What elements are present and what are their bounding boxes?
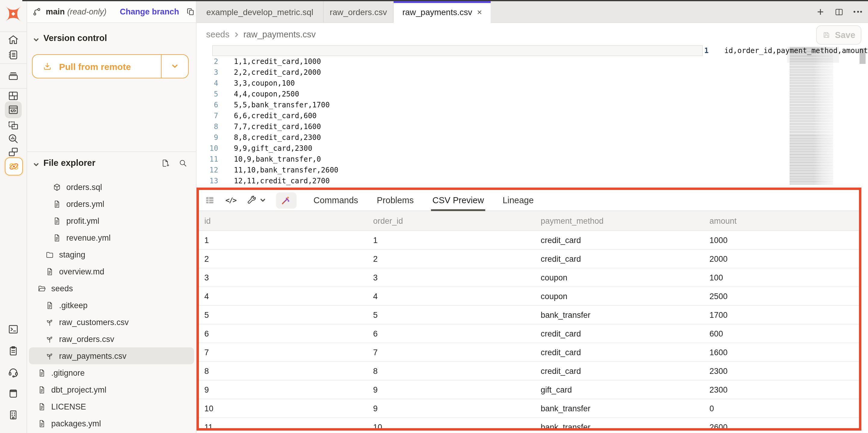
build-tools-icon[interactable] xyxy=(247,195,266,206)
line-number: 10 xyxy=(196,144,218,152)
pull-options-caret[interactable] xyxy=(161,55,188,78)
file-item-revenue-yml[interactable]: revenue.yml xyxy=(29,229,194,246)
code-line-7[interactable]: 76,6,credit_card,600 xyxy=(196,110,868,121)
copilot-fix-button[interactable] xyxy=(276,192,297,208)
line-content: 11,10,bank_transfer,2600 xyxy=(234,166,338,174)
code-line-10[interactable]: 109,9,gift_card,2300 xyxy=(196,143,868,154)
environments-icon[interactable] xyxy=(5,67,22,84)
clipboard-icon[interactable] xyxy=(5,343,22,359)
file-item-raw-customers-csv[interactable]: raw_customers.csv xyxy=(29,314,194,330)
breadcrumb-file[interactable]: raw_payments.csv xyxy=(243,30,315,39)
table-cell: credit_card xyxy=(535,235,704,244)
file-icon xyxy=(53,233,61,242)
download-icon xyxy=(42,61,53,71)
copy-icon[interactable] xyxy=(186,7,195,16)
code-editor-icon[interactable] xyxy=(5,101,22,118)
code-line-5[interactable]: 54,4,coupon,2500 xyxy=(196,89,868,99)
chevron-down-icon xyxy=(33,35,39,41)
file-item-profit-yml[interactable]: profit.yml xyxy=(29,212,194,229)
change-branch-link[interactable]: Change branch xyxy=(120,7,179,16)
code-line-1[interactable]: 1id,order_id,payment_method,amount xyxy=(196,45,868,56)
table-cell: 2 xyxy=(199,254,368,263)
tab-label: raw_payments.csv xyxy=(402,7,472,17)
table-cell: credit_card xyxy=(535,254,704,263)
editor-tab-example-develop-metric-sql[interactable]: example_develop_metric.sql xyxy=(196,1,324,22)
model-icon xyxy=(53,182,61,192)
breadcrumb-folder[interactable]: seeds xyxy=(206,30,229,39)
table-cell: 10 xyxy=(368,423,535,428)
file-item-raw-payments-csv[interactable]: raw_payments.csv xyxy=(29,347,194,364)
file-item-raw-orders-csv[interactable]: raw_orders.csv xyxy=(29,330,194,347)
pull-from-remote-main[interactable]: Pull from remote xyxy=(33,55,161,78)
version-control-title: Version control xyxy=(43,33,107,43)
file-item-license[interactable]: LICENSE xyxy=(29,398,194,415)
panel-tab-problems[interactable]: Problems xyxy=(377,190,414,210)
pull-from-remote-button[interactable]: Pull from remote xyxy=(32,54,189,78)
line-number: 1 xyxy=(687,47,709,55)
table-cell: 4 xyxy=(368,292,535,300)
active-tab-indicator xyxy=(394,1,491,3)
file-item-staging[interactable]: staging xyxy=(29,246,194,263)
save-button[interactable]: Save xyxy=(816,25,861,45)
line-content: 7,7,credit_card,1600 xyxy=(234,122,321,131)
code-line-2[interactable]: 21,1,credit_card,1000 xyxy=(196,56,868,67)
line-content: 10,9,bank_transfer,0 xyxy=(234,155,321,164)
terminal-icon[interactable] xyxy=(5,321,22,338)
code-line-8[interactable]: 87,7,credit_card,1600 xyxy=(196,121,868,132)
table-cell: bank_transfer xyxy=(535,404,704,413)
code-line-4[interactable]: 43,3,coupon,100 xyxy=(196,78,868,89)
file-item-gitignore[interactable]: .gitignore xyxy=(29,364,194,381)
support-headset-icon[interactable] xyxy=(5,364,22,380)
compiled-code-icon[interactable]: </> xyxy=(225,196,236,204)
file-item-orders-yml[interactable]: orders.yml xyxy=(29,195,194,212)
file-explorer-header[interactable]: File explorer xyxy=(33,158,95,168)
new-tab-icon[interactable]: + xyxy=(814,5,827,19)
file-item-overview-md[interactable]: overview.md xyxy=(29,263,194,280)
editor-tab-raw-payments-csv[interactable]: raw_payments.csv× xyxy=(394,1,491,23)
dbt-copilot-icon[interactable] xyxy=(5,157,23,175)
code-line-11[interactable]: 1110,9,bank_transfer,0 xyxy=(196,154,868,165)
panel-tab-commands[interactable]: Commands xyxy=(313,190,358,210)
chevron-down-icon xyxy=(171,63,179,70)
file-item-gitkeep[interactable]: .gitkeep xyxy=(29,297,194,314)
line-number: 2 xyxy=(196,57,218,66)
organization-icon[interactable] xyxy=(5,406,22,423)
column-header-amount[interactable]: amount xyxy=(704,216,855,225)
file-item-orders-sql[interactable]: orders.sql xyxy=(29,178,194,195)
code-line-6[interactable]: 65,5,bank_transfer,1700 xyxy=(196,99,868,110)
column-header-order_id[interactable]: order_id xyxy=(368,216,535,225)
new-file-icon[interactable] xyxy=(161,158,170,170)
code-editor[interactable]: 1id,order_id,payment_method,amount21,1,c… xyxy=(196,45,868,187)
docs-book-icon[interactable] xyxy=(5,385,22,402)
version-control-header[interactable]: Version control xyxy=(33,33,107,43)
table-cell: gift_card xyxy=(535,385,704,394)
panel-tab-label: Problems xyxy=(377,195,414,205)
results-table-icon[interactable] xyxy=(204,195,215,206)
code-line-9[interactable]: 98,8,credit_card,2300 xyxy=(196,132,868,143)
file-name: LICENSE xyxy=(51,402,86,411)
line-content: 12,11,credit_card,2700 xyxy=(234,177,330,185)
more-options-icon[interactable] xyxy=(851,5,864,19)
file-item-dbt-project-yml[interactable]: dbt_project.yml xyxy=(29,381,194,398)
code-line-12[interactable]: 1211,10,bank_transfer,2600 xyxy=(196,165,868,175)
file-name: revenue.yml xyxy=(66,233,111,242)
search-icon[interactable] xyxy=(179,158,187,170)
table-cell: 1700 xyxy=(704,310,855,319)
code-line-13[interactable]: 1312,11,credit_card,2700 xyxy=(196,175,868,186)
file-item-seeds[interactable]: seeds xyxy=(29,280,194,297)
close-tab-icon[interactable]: × xyxy=(477,8,482,16)
file-item-packages-yml[interactable]: packages.yml xyxy=(29,415,194,432)
table-cell: bank_transfer xyxy=(535,423,704,428)
column-header-payment_method[interactable]: payment_method xyxy=(535,216,704,225)
column-header-id[interactable]: id xyxy=(199,216,368,225)
git-branch-icon xyxy=(33,7,41,16)
editor-tab-raw-orders-csv[interactable]: raw_orders.csv xyxy=(324,1,394,22)
split-editor-icon[interactable] xyxy=(832,5,846,19)
panel-tab-lineage[interactable]: Lineage xyxy=(503,190,534,210)
table-cell: 1 xyxy=(368,235,535,244)
notebook-icon[interactable] xyxy=(5,47,22,63)
branch-bar: main (read-only) Change branch xyxy=(27,1,196,23)
home-icon[interactable] xyxy=(5,31,22,48)
code-line-3[interactable]: 32,2,credit_card,2000 xyxy=(196,67,868,78)
panel-tab-csv-preview[interactable]: CSV Preview xyxy=(433,190,484,210)
